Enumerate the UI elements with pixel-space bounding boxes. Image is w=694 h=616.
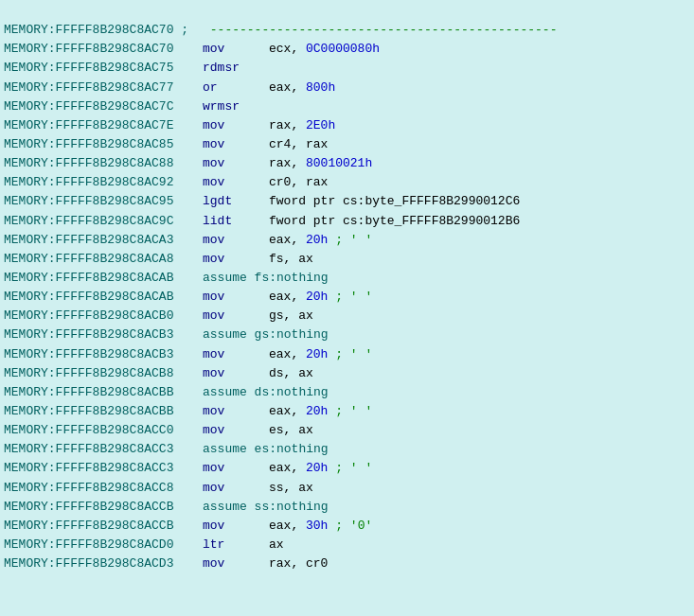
- address: MEMORY:FFFFF8B298C8ACAB: [4, 288, 203, 307]
- hex-value: 30h: [306, 519, 328, 533]
- operand: eax, 30h: [269, 517, 328, 536]
- code-line: MEMORY:FFFFF8B298C8ACB0 movgs, ax: [4, 307, 690, 326]
- mnemonic: rdmsr: [203, 59, 269, 78]
- mnemonic: mov: [203, 364, 269, 383]
- mnemonic: mov: [203, 173, 269, 192]
- code-line: MEMORY:FFFFF8B298C8ACC3 moveax, 20h ; ' …: [4, 459, 690, 478]
- mnemonic: mov: [203, 40, 269, 59]
- operand: cr0, rax: [269, 173, 328, 192]
- hex-value: 800h: [306, 80, 335, 95]
- assume-directive: assume fs:nothing: [203, 269, 329, 288]
- mnemonic: mov: [203, 554, 269, 573]
- operand: rax, 2E0h: [269, 116, 335, 135]
- operand: ds, ax: [269, 364, 313, 383]
- mnemonic: mov: [203, 250, 269, 269]
- operand: eax, 20h: [269, 459, 328, 478]
- code-line: MEMORY:FFFFF8B298C8AC85 movcr4, rax: [4, 135, 690, 154]
- address: MEMORY:FFFFF8B298C8ACC3: [4, 440, 203, 459]
- operand: ecx, 0C0000080h: [269, 40, 380, 59]
- mnemonic: mov: [203, 231, 269, 250]
- code-line: MEMORY:FFFFF8B298C8ACA8 movfs, ax: [4, 250, 690, 269]
- mnemonic: mov: [203, 459, 269, 478]
- mnemonic: mov: [203, 154, 269, 173]
- hex-value: 20h: [306, 347, 328, 361]
- code-line: MEMORY:FFFFF8B298C8ACBB moveax, 20h ; ' …: [4, 402, 690, 421]
- address: MEMORY:FFFFF8B298C8ACD0: [4, 536, 203, 554]
- hex-value: 20h: [306, 290, 328, 304]
- address: MEMORY:FFFFF8B298C8ACB8: [4, 364, 203, 383]
- operand: eax, 800h: [269, 79, 335, 97]
- address: MEMORY:FFFFF8B298C8ACC0: [4, 421, 203, 440]
- mnemonic: mov: [203, 517, 269, 536]
- code-line: MEMORY:FFFFF8B298C8AC70 ; --------------…: [4, 21, 690, 40]
- address: MEMORY:FFFFF8B298C8ACC8: [4, 479, 203, 498]
- hex-value: 2E0h: [306, 118, 335, 132]
- operand: eax, 20h: [269, 345, 328, 364]
- code-line: MEMORY:FFFFF8B298C8ACB3 moveax, 20h ; ' …: [4, 345, 690, 364]
- code-line: MEMORY:FFFFF8B298C8AC7C wrmsr: [4, 97, 690, 116]
- operand: ss, ax: [269, 479, 313, 498]
- operand: gs, ax: [269, 307, 313, 326]
- code-line: MEMORY:FFFFF8B298C8ACBB assume ds:nothin…: [4, 383, 690, 402]
- address: MEMORY:FFFFF8B298C8AC88: [4, 154, 203, 173]
- address: MEMORY:FFFFF8B298C8ACA8: [4, 250, 203, 269]
- address: MEMORY:FFFFF8B298C8ACB0: [4, 307, 203, 326]
- assume-directive: assume ss:nothing: [203, 498, 329, 517]
- mnemonic: ltr: [203, 536, 269, 554]
- hex-value: 80010021h: [306, 156, 372, 170]
- address: MEMORY:FFFFF8B298C8AC70: [4, 40, 203, 59]
- mnemonic: lgdt: [203, 192, 269, 211]
- code-line: MEMORY:FFFFF8B298C8AC77 oreax, 800h: [4, 79, 690, 97]
- code-line: MEMORY:FFFFF8B298C8AC75 rdmsr: [4, 59, 690, 78]
- code-line: MEMORY:FFFFF8B298C8ACAB moveax, 20h ; ' …: [4, 288, 690, 307]
- assume-directive: assume es:nothing: [203, 440, 329, 459]
- address: MEMORY:FFFFF8B298C8ACBB: [4, 383, 203, 402]
- code-line: MEMORY:FFFFF8B298C8ACCB assume ss:nothin…: [4, 498, 690, 517]
- code-line: MEMORY:FFFFF8B298C8AC88 movrax, 80010021…: [4, 154, 690, 173]
- code-line: MEMORY:FFFFF8B298C8AC95 lgdtfword ptr cs…: [4, 192, 690, 211]
- address: MEMORY:FFFFF8B298C8ACCB: [4, 517, 203, 536]
- code-line: MEMORY:FFFFF8B298C8ACC8 movss, ax: [4, 479, 690, 498]
- hex-value: 0C0000080h: [306, 42, 380, 56]
- address: MEMORY:FFFFF8B298C8AC95: [4, 192, 203, 211]
- mnemonic: mov: [203, 421, 269, 440]
- operand: cr4, rax: [269, 135, 328, 154]
- address: MEMORY:FFFFF8B298C8AC75: [4, 59, 203, 78]
- address: MEMORY:FFFFF8B298C8ACB3: [4, 326, 203, 344]
- comment: ; ' ': [328, 459, 372, 478]
- operand: fword ptr cs:byte_FFFFF8B2990012C6: [269, 192, 520, 211]
- comment: ; ' ': [328, 288, 372, 307]
- address: MEMORY:FFFFF8B298C8AC70 ;: [4, 21, 203, 40]
- code-line: MEMORY:FFFFF8B298C8ACC0 moves, ax: [4, 421, 690, 440]
- code-line: MEMORY:FFFFF8B298C8AC7E movrax, 2E0h: [4, 116, 690, 135]
- comment: ----------------------------------------…: [203, 21, 557, 40]
- code-line: MEMORY:FFFFF8B298C8ACD0 ltrax: [4, 536, 690, 554]
- address: MEMORY:FFFFF8B298C8ACD3: [4, 554, 203, 573]
- mnemonic: mov: [203, 135, 269, 154]
- operand: eax, 20h: [269, 288, 328, 307]
- address: MEMORY:FFFFF8B298C8AC7C: [4, 97, 203, 116]
- address: MEMORY:FFFFF8B298C8AC92: [4, 173, 203, 192]
- operand: rax, cr0: [269, 554, 328, 573]
- comment: ; '0': [328, 517, 372, 536]
- address: MEMORY:FFFFF8B298C8ACA3: [4, 231, 203, 250]
- code-line: MEMORY:FFFFF8B298C8ACCB moveax, 30h ; '0…: [4, 517, 690, 536]
- address: MEMORY:FFFFF8B298C8ACAB: [4, 269, 203, 288]
- mnemonic: lidt: [203, 212, 269, 231]
- code-line: MEMORY:FFFFF8B298C8ACC3 assume es:nothin…: [4, 440, 690, 459]
- operand: fs, ax: [269, 250, 313, 269]
- operand: ax: [269, 536, 284, 554]
- mnemonic: mov: [203, 288, 269, 307]
- address: MEMORY:FFFFF8B298C8ACC3: [4, 459, 203, 478]
- code-view: MEMORY:FFFFF8B298C8AC70 ; --------------…: [0, 0, 694, 575]
- address: MEMORY:FFFFF8B298C8AC7E: [4, 116, 203, 135]
- operand: eax, 20h: [269, 402, 328, 421]
- code-line: MEMORY:FFFFF8B298C8ACB3 assume gs:nothin…: [4, 326, 690, 344]
- address: MEMORY:FFFFF8B298C8AC77: [4, 79, 203, 97]
- mnemonic: mov: [203, 307, 269, 326]
- address: MEMORY:FFFFF8B298C8ACCB: [4, 498, 203, 517]
- comment: ; ' ': [328, 345, 372, 364]
- hex-value: 20h: [306, 404, 328, 418]
- code-line: MEMORY:FFFFF8B298C8ACAB assume fs:nothin…: [4, 269, 690, 288]
- code-line: MEMORY:FFFFF8B298C8ACD3 movrax, cr0: [4, 554, 690, 573]
